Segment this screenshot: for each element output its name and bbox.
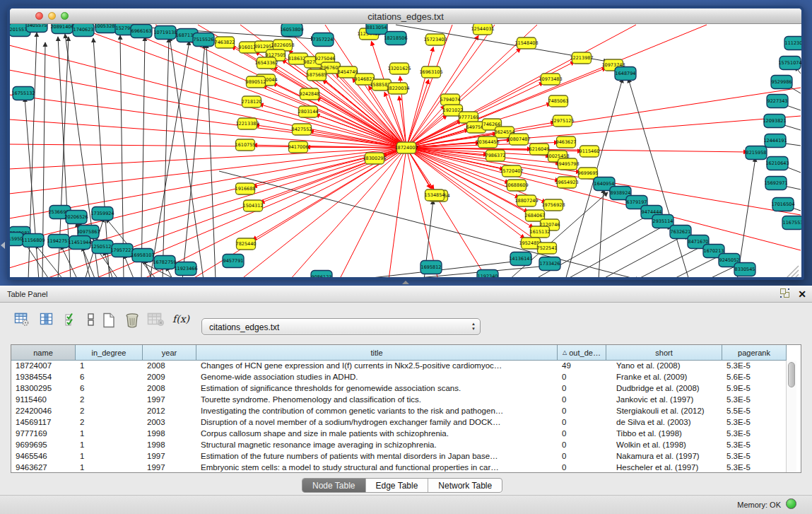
- table-cell-in_degree[interactable]: 6: [76, 372, 143, 383]
- graph-node[interactable]: 9242848: [300, 88, 320, 100]
- graph-node[interactable]: 18220034: [386, 83, 409, 94]
- table-row[interactable]: 1938455462009Genome-wide association stu…: [11, 372, 787, 383]
- graph-node[interactable]: 16782759: [153, 256, 176, 269]
- column-header-year[interactable]: year: [143, 345, 196, 361]
- table-cell-out_de[interactable]: 0: [558, 372, 606, 383]
- table-cell-in_degree[interactable]: 1: [76, 440, 143, 451]
- graph-node[interactable]: 15751074: [778, 57, 801, 70]
- table-cell-pagerank[interactable]: 5.3E-5: [722, 361, 787, 372]
- graph-node[interactable]: 11942757: [47, 235, 70, 248]
- table-cell-title[interactable]: Disruption of a novel member of a sodium…: [196, 417, 558, 428]
- column-header-in_degree[interactable]: in_degree: [76, 345, 143, 361]
- table-selector[interactable]: citations_edges.txt ▲▼: [201, 318, 481, 335]
- tab-network-table[interactable]: Network Table: [428, 479, 502, 492]
- column-header-title[interactable]: title: [196, 345, 558, 361]
- graph-node[interactable]: 12213987: [570, 52, 593, 64]
- graph-node[interactable]: 1112304: [784, 37, 801, 50]
- graph-node[interactable]: 1916688: [235, 183, 256, 194]
- table-cell-out_de[interactable]: 0: [558, 395, 606, 406]
- column-select-icon[interactable]: [40, 313, 54, 329]
- table-cell-name[interactable]: 9115460: [11, 395, 76, 406]
- select-attributes-icon[interactable]: [64, 313, 78, 329]
- table-cell-out_de[interactable]: 0: [558, 417, 606, 428]
- table-cell-pagerank[interactable]: 5.3E-5: [722, 451, 787, 462]
- splitter-handle-icon[interactable]: [402, 281, 409, 284]
- window-resize-grip[interactable]: [786, 266, 799, 277]
- graph-node[interactable]: 18300295: [363, 153, 386, 164]
- column-header-name[interactable]: name: [11, 345, 76, 361]
- graph-node[interactable]: 13201625: [387, 63, 411, 74]
- graph-node[interactable]: 7986372: [486, 150, 506, 161]
- graph-node[interactable]: 1695812: [420, 261, 442, 274]
- table-cell-in_degree[interactable]: 2: [76, 417, 143, 428]
- table-cell-pagerank[interactable]: 5.9E-5: [722, 383, 787, 395]
- graph-node[interactable]: 15692971: [764, 177, 787, 190]
- graph-node[interactable]: 19756928: [541, 199, 565, 211]
- graph-node[interactable]: 5875685: [307, 69, 327, 81]
- graph-node[interactable]: 20891406: [50, 24, 73, 34]
- new-table-icon[interactable]: [102, 313, 116, 331]
- delete-attribute-icon[interactable]: [124, 313, 140, 331]
- graph-node[interactable]: 1610755: [235, 139, 256, 151]
- table-cell-title[interactable]: Estimation of the future numbers of pati…: [196, 451, 558, 462]
- table-cell-short[interactable]: Tibbo et al. (1998): [606, 428, 722, 440]
- table-cell-name[interactable]: 9463627: [11, 462, 76, 474]
- graph-node[interactable]: 17016504: [771, 198, 794, 211]
- table-cell-year[interactable]: 2012: [143, 406, 196, 417]
- graph-node[interactable]: 6966163: [131, 25, 152, 38]
- table-cell-name[interactable]: 9699695: [11, 440, 76, 451]
- table-cell-out_de[interactable]: 0: [558, 451, 606, 462]
- graph-node[interactable]: 18807249: [514, 195, 538, 206]
- graph-node[interactable]: 10973483: [539, 74, 562, 85]
- graph-node[interactable]: 12975125: [551, 115, 574, 127]
- graph-node[interactable]: 10688609: [505, 180, 528, 191]
- table-cell-year[interactable]: 1997: [143, 462, 196, 474]
- graph-node[interactable]: 19654923: [555, 177, 578, 188]
- graph-node[interactable]: 7522541: [537, 243, 558, 254]
- table-cell-pagerank[interactable]: 5.3E-5: [722, 440, 787, 451]
- table-cell-name[interactable]: 18724007: [11, 361, 76, 372]
- graph-node[interactable]: 2718120: [242, 96, 262, 107]
- table-row[interactable]: 1872400712008Changes of HCN gene express…: [11, 361, 787, 372]
- table-row[interactable]: 977716911998Corpus callosum shape and si…: [11, 428, 787, 440]
- table-cell-title[interactable]: Embryonic stem cells: a model to study s…: [196, 462, 558, 474]
- graph-node[interactable]: 15720407: [500, 165, 523, 177]
- row-height-icon[interactable]: [86, 313, 96, 329]
- window-titlebar[interactable]: citations_edges.txt: [10, 8, 801, 24]
- table-cell-title[interactable]: Tourette syndrome. Phenomenology and cla…: [196, 395, 558, 406]
- graph-node[interactable]: 9115460: [579, 146, 600, 157]
- graph-node[interactable]: 9227343: [767, 95, 788, 108]
- graph-node[interactable]: 11156809: [21, 234, 45, 247]
- table-cell-pagerank[interactable]: 5.3E-5: [722, 462, 787, 474]
- graph-node[interactable]: 14136141: [509, 252, 532, 266]
- table-cell-short[interactable]: Hescheler et al. (1997): [606, 462, 722, 474]
- graph-node[interactable]: 17359924: [90, 207, 114, 221]
- graph-node[interactable]: 16210643: [765, 157, 789, 170]
- column-header-short[interactable]: short: [606, 345, 722, 361]
- table-row[interactable]: 946362711997Embryonic stem cells: a mode…: [11, 462, 787, 474]
- graph-node[interactable]: 18218506: [384, 32, 407, 45]
- table-cell-pagerank[interactable]: 5.5E-5: [722, 406, 787, 417]
- graph-node[interactable]: 2803144: [298, 106, 319, 117]
- table-cell-pagerank[interactable]: 5.3E-5: [722, 428, 787, 440]
- table-cell-in_degree[interactable]: 1: [76, 451, 143, 462]
- table-cell-year[interactable]: 2009: [143, 372, 196, 383]
- graph-node[interactable]: 16963105: [419, 66, 442, 78]
- graph-node[interactable]: 12213383: [235, 118, 259, 129]
- memory-ok-icon[interactable]: [786, 498, 796, 509]
- table-cell-short[interactable]: Jankovic et al. (1997): [606, 395, 722, 406]
- graph-node[interactable]: 9417006: [288, 141, 309, 153]
- graph-node[interactable]: 16958107: [131, 249, 154, 262]
- table-cell-pagerank[interactable]: 5.3E-5: [722, 395, 787, 406]
- table-cell-year[interactable]: 1998: [143, 428, 196, 440]
- table-cell-name[interactable]: 19384554: [11, 372, 76, 383]
- table-cell-short[interactable]: Wolkin et al. (1998): [606, 440, 722, 451]
- graph-node[interactable]: 1648794: [615, 67, 636, 81]
- table-cell-out_de[interactable]: 0: [558, 406, 606, 417]
- graph-node[interactable]: 7825440: [236, 238, 257, 250]
- float-panel-icon[interactable]: [780, 288, 791, 299]
- function-builder-icon[interactable]: f(x): [172, 313, 189, 325]
- table-row[interactable]: 1456911722003Disruption of a novel membe…: [11, 417, 787, 428]
- table-cell-short[interactable]: Stergiakouli et al. (2012): [606, 406, 722, 417]
- table-cell-out_de[interactable]: 49: [558, 361, 606, 372]
